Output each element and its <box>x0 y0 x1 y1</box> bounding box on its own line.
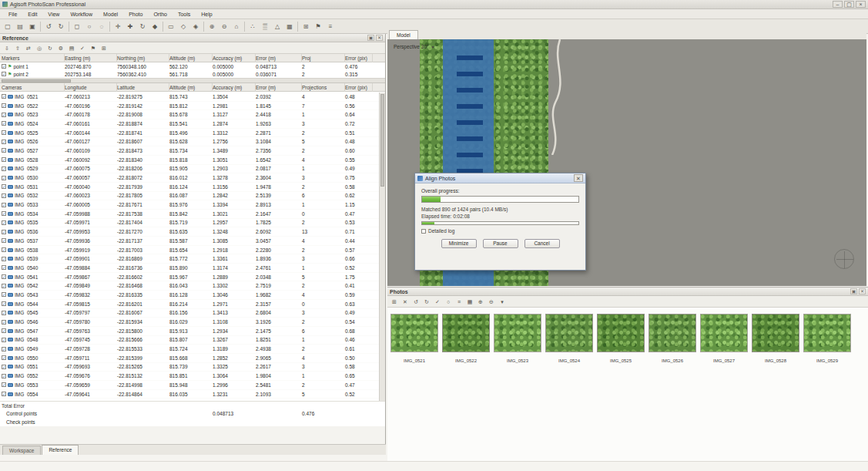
thumbnail-image[interactable] <box>597 314 645 352</box>
pause-button[interactable]: Pause <box>483 239 518 248</box>
photo-thumbnail[interactable]: IMG_0525 <box>597 314 645 363</box>
col-altitude[interactable]: Altitude (m) <box>169 54 213 62</box>
convert-reference-button[interactable]: ⇄ <box>23 43 34 53</box>
camera-row[interactable]: ✓ IMG_0522 -47.060196 -22.819142 815.812… <box>0 102 379 111</box>
camera-checkbox[interactable]: ✓ <box>2 211 6 216</box>
move-object-button[interactable]: ✚ <box>124 21 136 32</box>
camera-checkbox[interactable]: ✓ <box>2 193 6 198</box>
camera-row[interactable]: ✓ IMG_0542 -47.059849 -22.816468 816.043… <box>0 281 379 291</box>
float-photos-icon[interactable]: ▣ <box>850 288 857 294</box>
camera-row[interactable]: ✓ IMG_0531 -47.060040 -22.817939 816.124… <box>0 183 379 192</box>
camera-checkbox[interactable]: ✓ <box>2 257 6 261</box>
cancel-button[interactable]: Cancel <box>524 239 560 248</box>
camera-row[interactable]: ✓ IMG_0546 -47.059780 -22.815934 816.029… <box>0 318 379 327</box>
menu-item[interactable]: Ortho <box>148 9 173 19</box>
camera-row[interactable]: ✓ IMG_0543 -47.059832 -22.816335 816.128… <box>0 291 379 300</box>
menu-item[interactable]: File <box>3 9 22 19</box>
decrease-thumb-button[interactable]: ⊖ <box>486 297 497 307</box>
dialog-title-bar[interactable]: Align Photos ✕ <box>415 173 585 183</box>
rotate-region-button[interactable]: ◇ <box>177 21 189 32</box>
view-estimated-button[interactable]: ✓ <box>77 43 88 53</box>
close-panel-icon[interactable]: ✕ <box>376 35 383 41</box>
textured-view-button[interactable]: ▦ <box>283 21 296 32</box>
move-region-button[interactable]: ▭ <box>165 21 177 32</box>
camera-row[interactable]: ✓ IMG_0525 -47.060144 -22.818741 815.496… <box>0 129 379 138</box>
rotate-object-button[interactable]: ↻ <box>136 21 149 32</box>
menu-item[interactable]: Tools <box>173 9 196 19</box>
col-accuracy-m[interactable]: Accuracy (m) <box>213 83 256 92</box>
camera-checkbox[interactable]: ✓ <box>2 365 6 369</box>
camera-row[interactable]: ✓ IMG_0552 -47.059676 -22.815132 815.851… <box>0 372 379 381</box>
rotate-right-button[interactable]: ↻ <box>421 297 432 307</box>
col-error[interactable]: Error (m) <box>256 54 302 62</box>
col-latitude[interactable]: Latitude <box>117 83 169 92</box>
marker-checkbox[interactable]: ✓ <box>2 72 6 76</box>
camera-row[interactable]: ✓ IMG_0527 -47.060109 -22.818473 815.734… <box>0 146 379 156</box>
scale-object-button[interactable]: ◆ <box>149 21 161 32</box>
col-cameras[interactable]: Cameras <box>0 83 65 92</box>
camera-row[interactable]: ✓ IMG_0528 -47.060092 -22.818340 815.818… <box>0 156 379 165</box>
col-error-pix2[interactable]: Error (pix) <box>345 83 373 92</box>
thumbnail-image[interactable] <box>545 314 593 352</box>
view-errors-button[interactable]: ▤ <box>66 43 77 53</box>
camera-row[interactable]: ✓ IMG_0539 -47.059901 -22.816869 815.772… <box>0 254 379 264</box>
maximize-button[interactable]: ▢ <box>844 1 854 8</box>
close-button[interactable]: × <box>856 1 866 8</box>
camera-row[interactable]: ✓ IMG_0524 -47.060161 -22.818874 815.541… <box>0 119 379 129</box>
zoom-in-button[interactable]: ⊕ <box>206 21 218 32</box>
camera-checkbox[interactable]: ✓ <box>2 203 6 207</box>
menu-item[interactable]: Workflow <box>65 9 98 19</box>
tab-reference[interactable]: Reference <box>42 445 79 455</box>
photo-thumbnail[interactable]: IMG_0522 <box>442 314 490 363</box>
disable-camera-button[interactable]: ○ <box>443 297 454 307</box>
float-panel-icon[interactable]: ▣ <box>367 35 374 41</box>
camera-checkbox[interactable]: ✓ <box>2 355 6 360</box>
camera-checkbox[interactable]: ✓ <box>2 230 6 234</box>
markers-table-header[interactable]: Markers Easting (m) Northing (m) Altitud… <box>0 54 385 62</box>
col-accuracy[interactable]: Accuracy (m) <box>213 54 256 62</box>
camera-checkbox[interactable]: ✓ <box>2 292 6 297</box>
camera-row[interactable]: ✓ IMG_0549 -47.059728 -22.815533 815.724… <box>0 345 379 354</box>
export-reference-button[interactable]: ⇧ <box>12 43 23 53</box>
thumbnail-image[interactable] <box>442 314 490 352</box>
mesh-view-button[interactable]: △ <box>271 21 283 32</box>
col-easting[interactable]: Easting (m) <box>65 54 117 62</box>
camera-checkbox[interactable]: ✓ <box>2 392 6 396</box>
navigation-button[interactable]: ✛ <box>112 21 124 32</box>
minimize-button[interactable]: – <box>833 1 843 8</box>
col-longitude[interactable]: Longitude <box>65 83 117 92</box>
photo-thumbnail[interactable]: IMG_0524 <box>545 314 593 363</box>
sep[interactable] <box>69 22 69 32</box>
photo-thumbnail[interactable]: IMG_0521 <box>390 314 438 363</box>
open-project-button[interactable]: ▤ <box>14 21 26 32</box>
col-altitude-m[interactable]: Altitude (m) <box>169 83 213 92</box>
optimize-cameras-button[interactable]: ◎ <box>34 43 45 53</box>
circle-selection-button[interactable]: ○ <box>83 21 96 32</box>
camera-row[interactable]: ✓ IMG_0533 -47.060005 -22.817671 815.976… <box>0 200 379 210</box>
col-proj[interactable]: Proj <box>302 54 345 62</box>
photo-thumbnail[interactable]: IMG_0528 <box>752 314 799 363</box>
marker-row[interactable]: ✓ ⚑ point 2 202753.148 7560362.410 561.7… <box>0 70 385 78</box>
photo-thumbnail[interactable]: IMG_0526 <box>648 314 696 363</box>
camera-row[interactable]: ✓ IMG_0526 -47.060127 -22.818607 815.628… <box>0 137 379 146</box>
redo-button[interactable]: ↻ <box>55 21 67 32</box>
tab-workspace[interactable]: Workspace <box>2 446 41 455</box>
marker-checkbox[interactable]: ✓ <box>2 64 6 69</box>
title-bar[interactable]: Agisoft PhotoScan Professional – ▢ × <box>0 0 868 9</box>
col-error-pix[interactable]: Error (pix) <box>345 54 373 62</box>
detailed-log-checkbox[interactable]: Detailed log <box>421 228 579 234</box>
thumbnail-image[interactable] <box>700 314 748 352</box>
rect-selection-button[interactable]: ◻ <box>71 21 83 32</box>
camera-checkbox[interactable]: ✓ <box>2 265 6 270</box>
camera-row[interactable]: ✓ IMG_0544 -47.059815 -22.816201 816.214… <box>0 300 379 309</box>
dense-cloud-view-button[interactable]: ▒ <box>259 21 271 32</box>
camera-row[interactable]: ✓ IMG_0532 -47.060023 -22.817805 816.087… <box>0 192 379 201</box>
camera-checkbox[interactable]: ✓ <box>2 130 6 135</box>
camera-checkbox[interactable]: ✓ <box>2 374 6 378</box>
camera-row[interactable]: ✓ IMG_0521 -47.060213 -22.819275 815.743… <box>0 93 379 102</box>
camera-checkbox[interactable]: ✓ <box>2 301 6 306</box>
zoom-out-button[interactable]: ⊖ <box>218 21 230 32</box>
menu-item[interactable]: Model <box>98 9 123 19</box>
camera-row[interactable]: ✓ IMG_0541 -47.059867 -22.816602 815.967… <box>0 273 379 282</box>
remove-photos-button[interactable]: ✕ <box>400 297 411 307</box>
